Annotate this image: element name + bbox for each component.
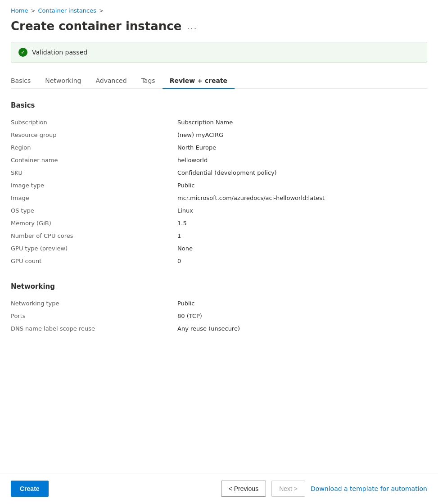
more-actions-icon[interactable]: ...: [187, 22, 197, 31]
field-memory: Memory (GiB) 1.5: [11, 218, 427, 230]
networking-section-title: Networking: [11, 282, 427, 291]
field-value-os-type: Linux: [177, 207, 427, 214]
field-label-dns-scope: DNS name label scope reuse: [11, 325, 177, 332]
field-label-container-name: Container name: [11, 157, 177, 163]
field-resource-group: Resource group (new) myACIRG: [11, 129, 427, 142]
field-dns-scope: DNS name label scope reuse Any reuse (un…: [11, 323, 427, 336]
field-cpu-cores: Number of CPU cores 1: [11, 230, 427, 243]
field-value-ports: 80 (TCP): [177, 313, 427, 319]
field-label-resource-group: Resource group: [11, 132, 177, 138]
tab-review-create[interactable]: Review + create: [163, 73, 235, 89]
tab-advanced[interactable]: Advanced: [88, 73, 134, 89]
field-ports: Ports 80 (TCP): [11, 310, 427, 323]
field-label-cpu-cores: Number of CPU cores: [11, 232, 177, 239]
next-button: Next >: [271, 481, 305, 497]
field-label-sku: SKU: [11, 169, 177, 176]
field-label-image: Image: [11, 195, 177, 201]
field-value-image: mcr.microsoft.com/azuredocs/aci-hellowor…: [177, 195, 427, 201]
download-template-link[interactable]: Download a template for automation: [311, 485, 427, 492]
field-label-subscription: Subscription: [11, 119, 177, 126]
field-label-gpu-count: GPU count: [11, 258, 177, 264]
field-label-region: Region: [11, 144, 177, 151]
field-value-subscription: Subscription Name: [177, 119, 427, 126]
field-value-cpu-cores: 1: [177, 232, 427, 239]
field-label-os-type: OS type: [11, 207, 177, 214]
field-region: Region North Europe: [11, 142, 427, 154]
field-label-image-type: Image type: [11, 182, 177, 189]
field-value-memory: 1.5: [177, 220, 427, 227]
field-value-image-type: Public: [177, 182, 427, 189]
breadcrumb: Home > Container instances >: [11, 7, 427, 14]
bottom-action-bar: Create < Previous Next > Download a temp…: [0, 473, 438, 504]
previous-button[interactable]: < Previous: [221, 481, 266, 497]
field-value-sku: Confidential (development policy): [177, 169, 427, 176]
field-label-networking-type: Networking type: [11, 300, 177, 307]
field-subscription: Subscription Subscription Name: [11, 117, 427, 129]
field-image: Image mcr.microsoft.com/azuredocs/aci-he…: [11, 192, 427, 205]
tab-networking[interactable]: Networking: [38, 73, 88, 89]
field-value-container-name: helloworld: [177, 157, 427, 163]
field-sku: SKU Confidential (development policy): [11, 167, 427, 180]
field-gpu-count: GPU count 0: [11, 255, 427, 268]
field-value-region: North Europe: [177, 144, 427, 151]
breadcrumb-sep-1: >: [31, 8, 35, 14]
field-os-type: OS type Linux: [11, 205, 427, 218]
page-title-row: Create container instance ...: [11, 19, 427, 33]
field-value-gpu-count: 0: [177, 258, 427, 264]
field-value-dns-scope: Any reuse (unsecure): [177, 325, 427, 332]
field-value-networking-type: Public: [177, 300, 427, 307]
basics-section-title: Basics: [11, 101, 427, 109]
validation-message: Validation passed: [32, 49, 87, 56]
field-label-ports: Ports: [11, 313, 177, 319]
field-label-gpu-type: GPU type (preview): [11, 245, 177, 252]
field-image-type: Image type Public: [11, 180, 427, 192]
breadcrumb-container-instances[interactable]: Container instances: [38, 7, 96, 14]
tabs-bar: Basics Networking Advanced Tags Review +…: [11, 73, 427, 89]
create-button[interactable]: Create: [11, 481, 49, 497]
networking-section: Networking Networking type Public Ports …: [11, 282, 427, 336]
validation-check-icon: [18, 48, 27, 57]
tab-tags[interactable]: Tags: [134, 73, 163, 89]
field-value-gpu-type: None: [177, 245, 427, 252]
breadcrumb-sep-2: >: [99, 8, 104, 14]
basics-section: Basics Subscription Subscription Name Re…: [11, 101, 427, 268]
field-container-name: Container name helloworld: [11, 154, 427, 167]
field-value-resource-group: (new) myACIRG: [177, 132, 427, 138]
page-title: Create container instance: [11, 19, 181, 33]
tab-basics[interactable]: Basics: [11, 73, 38, 89]
validation-banner: Validation passed: [11, 42, 427, 63]
field-label-memory: Memory (GiB): [11, 220, 177, 227]
breadcrumb-home[interactable]: Home: [11, 7, 28, 14]
field-networking-type: Networking type Public: [11, 298, 427, 310]
field-gpu-type: GPU type (preview) None: [11, 243, 427, 255]
